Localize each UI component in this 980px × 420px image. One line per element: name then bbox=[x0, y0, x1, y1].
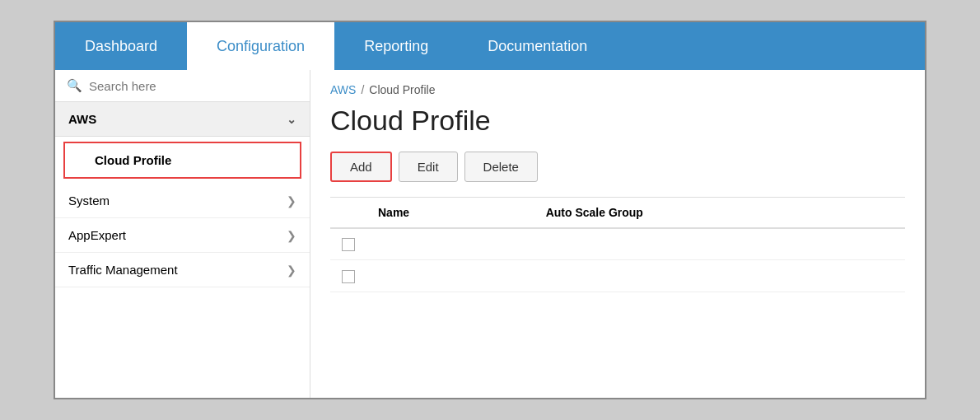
nav-item-dashboard[interactable]: Dashboard bbox=[55, 22, 187, 70]
sidebar-item-traffic-management-label: Traffic Management bbox=[68, 263, 178, 277]
sidebar-group-aws[interactable]: AWS ⌄ bbox=[55, 102, 310, 137]
sidebar-item-traffic-management[interactable]: Traffic Management ❯ bbox=[55, 253, 310, 287]
nav-item-documentation[interactable]: Documentation bbox=[458, 22, 617, 70]
sidebar-aws-section: AWS ⌄ Cloud Profile bbox=[55, 102, 310, 184]
breadcrumb-separator: / bbox=[361, 83, 364, 96]
table-cell-checkbox bbox=[330, 260, 366, 292]
top-nav: Dashboard Configuration Reporting Docume… bbox=[55, 22, 925, 70]
table-cell-checkbox bbox=[330, 228, 366, 260]
sidebar-item-appexpert[interactable]: AppExpert ❯ bbox=[55, 218, 310, 253]
arrow-right-icon: ❯ bbox=[287, 194, 296, 208]
breadcrumb-aws-link[interactable]: AWS bbox=[330, 83, 356, 96]
table-row bbox=[330, 228, 905, 260]
page-title: Cloud Profile bbox=[330, 105, 905, 137]
arrow-right-icon: ❯ bbox=[287, 264, 296, 277]
main-content: 🔍 AWS ⌄ Cloud Profile System ❯ AppExpert… bbox=[55, 70, 925, 398]
table-header-name: Name bbox=[366, 198, 534, 229]
table-row bbox=[330, 260, 905, 292]
table-cell-name bbox=[366, 228, 534, 260]
toolbar: Add Edit Delete bbox=[330, 152, 905, 182]
sidebar-item-system[interactable]: System ❯ bbox=[55, 184, 310, 218]
sidebar-item-appexpert-label: AppExpert bbox=[68, 228, 126, 242]
delete-button[interactable]: Delete bbox=[464, 152, 538, 182]
data-table: Name Auto Scale Group bbox=[330, 197, 905, 292]
app-container: Dashboard Configuration Reporting Docume… bbox=[54, 21, 926, 399]
table-cell-name bbox=[366, 260, 534, 292]
sidebar-group-aws-label: AWS bbox=[68, 112, 96, 126]
table-cell-auto-scale bbox=[534, 260, 905, 292]
table-header-row: Name Auto Scale Group bbox=[330, 198, 905, 229]
search-input[interactable] bbox=[89, 79, 298, 93]
chevron-down-icon: ⌄ bbox=[287, 113, 296, 126]
nav-item-reporting[interactable]: Reporting bbox=[334, 22, 458, 70]
sidebar-item-cloud-profile-label: Cloud Profile bbox=[95, 153, 171, 167]
table-header-checkbox bbox=[330, 198, 366, 229]
row-checkbox-2[interactable] bbox=[342, 270, 355, 283]
add-button[interactable]: Add bbox=[330, 152, 392, 182]
breadcrumb: AWS / Cloud Profile bbox=[330, 83, 905, 96]
search-icon: 🔍 bbox=[67, 78, 82, 93]
sidebar-item-cloud-profile[interactable]: Cloud Profile bbox=[63, 142, 301, 179]
right-panel: AWS / Cloud Profile Cloud Profile Add Ed… bbox=[310, 70, 925, 398]
row-checkbox-1[interactable] bbox=[342, 238, 355, 251]
edit-button[interactable]: Edit bbox=[399, 152, 458, 182]
table-cell-auto-scale bbox=[534, 228, 905, 260]
sidebar-item-system-label: System bbox=[68, 194, 110, 208]
nav-item-configuration[interactable]: Configuration bbox=[187, 22, 334, 70]
search-bar: 🔍 bbox=[55, 70, 310, 102]
sidebar: 🔍 AWS ⌄ Cloud Profile System ❯ AppExpert… bbox=[55, 70, 310, 398]
arrow-right-icon: ❯ bbox=[287, 229, 296, 242]
table-header-auto-scale: Auto Scale Group bbox=[534, 198, 905, 229]
breadcrumb-current: Cloud Profile bbox=[369, 83, 435, 96]
